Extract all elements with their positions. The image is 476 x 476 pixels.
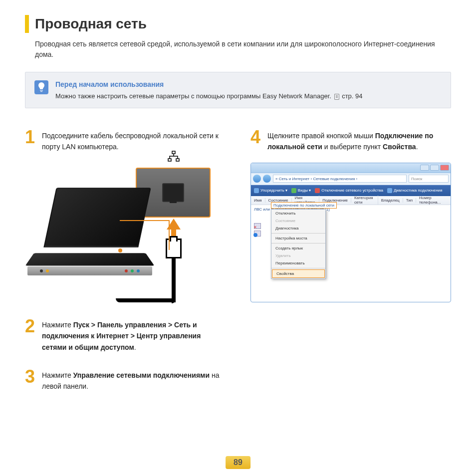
intro-text: Проводная сеть является сетевой средой, … (35, 39, 451, 60)
page-number: 89 (226, 456, 250, 469)
menu-diagnose[interactable]: Диагностика (271, 225, 325, 232)
step-pre: Щелкните правой кнопкой мыши (267, 132, 375, 140)
toolbar-label: Упорядочить ▾ (260, 188, 287, 193)
menu-shortcut[interactable]: Создать ярлык (271, 244, 325, 252)
diagnose-button[interactable]: Диагностика подключения (387, 188, 443, 193)
step-text: Подсоедините кабель беспроводной локальн… (42, 128, 226, 153)
connection-icon (254, 231, 261, 237)
svg-rect-0 (172, 151, 175, 154)
col-phone[interactable]: Номер телефона... (419, 196, 448, 205)
page-title: Проводная сеть (35, 16, 147, 32)
cable-icon (172, 258, 176, 303)
toolbar-label: Диагностика подключения (394, 188, 443, 193)
tip-text-body: Можно также настроить сетевые параметры … (55, 92, 333, 100)
window-titlebar[interactable] (251, 163, 451, 173)
step-3: 3 Нажмите Управление сетевыми подключени… (25, 368, 226, 392)
page-title-row: Проводная сеть (25, 15, 451, 33)
step-1: 1 Подсоедините кабель беспроводной локал… (25, 128, 226, 153)
left-column: 1 Подсоедините кабель беспроводной локал… (25, 128, 226, 402)
step-post: . (134, 343, 136, 351)
tip-box: Перед началом использования Можно также … (25, 72, 451, 108)
step-number: 4 (250, 128, 262, 153)
tip-page-ref: стр. 94 (342, 92, 362, 100)
toolbar-label: Виды ▾ (298, 188, 311, 193)
toolbar: Упорядочить ▾ Виды ▾ Отключение сетевого… (251, 185, 451, 196)
callout-dot (118, 248, 122, 252)
breadcrumb[interactable]: « Сеть и Интернет › Сетевые подключения … (273, 175, 407, 183)
disable-device-button[interactable]: Отключение сетевого устройства (315, 188, 383, 193)
toolbar-label: Отключение сетевого устройства (321, 188, 383, 193)
tip-title: Перед началом использования (55, 80, 363, 88)
nav-forward-button[interactable] (263, 175, 271, 183)
col-type[interactable]: Тип (406, 198, 416, 203)
step-text: Щелкните правой кнопкой мыши Подключение… (267, 128, 451, 153)
lan-port-icon (162, 183, 184, 202)
menu-properties[interactable]: Свойства (272, 269, 325, 278)
menu-status: Состояние (271, 217, 325, 225)
search-input[interactable]: Поиск (409, 175, 449, 183)
step-bold: Свойства (383, 143, 416, 151)
menu-rename[interactable]: Переименовать (271, 259, 325, 267)
step-2: 2 Нажмите Пуск > Панель управления > Сет… (25, 317, 226, 353)
menu-bridge[interactable]: Настройка моста (271, 235, 325, 242)
context-menu: Отключить Состояние Диагностика Настройк… (271, 209, 326, 279)
step-pre: Нажмите (42, 371, 73, 379)
menu-separator (271, 268, 325, 268)
step-text: Нажмите Управление сетевыми подключениям… (42, 368, 226, 392)
menu-disable[interactable]: Отключить (271, 210, 325, 217)
step-post: . (416, 143, 418, 151)
minimize-button[interactable] (420, 165, 429, 171)
tip-content: Перед началом использования Можно также … (55, 80, 363, 100)
maximize-button[interactable] (430, 165, 439, 171)
step-number: 2 (25, 317, 37, 353)
menu-delete: Удалить (271, 252, 325, 259)
col-name[interactable]: Имя (254, 198, 265, 203)
lightbulb-icon (34, 80, 48, 94)
laptop-illustration (25, 163, 226, 302)
nav-back-button[interactable] (253, 175, 261, 183)
col-owner[interactable]: Владелец (381, 198, 403, 203)
step-mid: и выберите пункт (322, 143, 383, 151)
menu-separator (271, 233, 325, 234)
svg-rect-2 (176, 159, 179, 161)
menu-separator (271, 243, 325, 243)
step-number: 3 (25, 368, 37, 392)
organize-button[interactable]: Упорядочить ▾ (254, 188, 287, 193)
svg-rect-1 (168, 159, 171, 161)
step-number: 1 (25, 128, 37, 153)
network-icon (168, 151, 180, 165)
step-4: 4 Щелкните правой кнопкой мыши Подключен… (250, 128, 451, 153)
window-body: ЛВС или высокоскоростной Интернет (1) По… (251, 205, 451, 300)
address-bar: « Сеть и Интернет › Сетевые подключения … (251, 173, 451, 185)
step-text: Нажмите Пуск > Панель управления > Сеть … (42, 317, 226, 353)
views-button[interactable]: Виды ▾ (291, 188, 311, 193)
page-ref-icon (334, 94, 339, 100)
connection-item[interactable]: Подключение по локальной сети (271, 202, 337, 209)
vista-window: « Сеть и Интернет › Сетевые подключения … (250, 163, 451, 302)
close-button[interactable] (440, 165, 449, 171)
right-column: 4 Щелкните правой кнопкой мыши Подключен… (250, 128, 451, 402)
step-pre: Нажмите (42, 321, 73, 329)
tip-text: Можно также настроить сетевые параметры … (55, 92, 363, 100)
step-bold: Управление сетевыми подключениями (73, 371, 210, 379)
callout-line (120, 220, 170, 250)
col-category[interactable]: Категория сети (354, 196, 378, 205)
title-accent-bar (25, 15, 29, 33)
connection-icon (254, 223, 261, 229)
